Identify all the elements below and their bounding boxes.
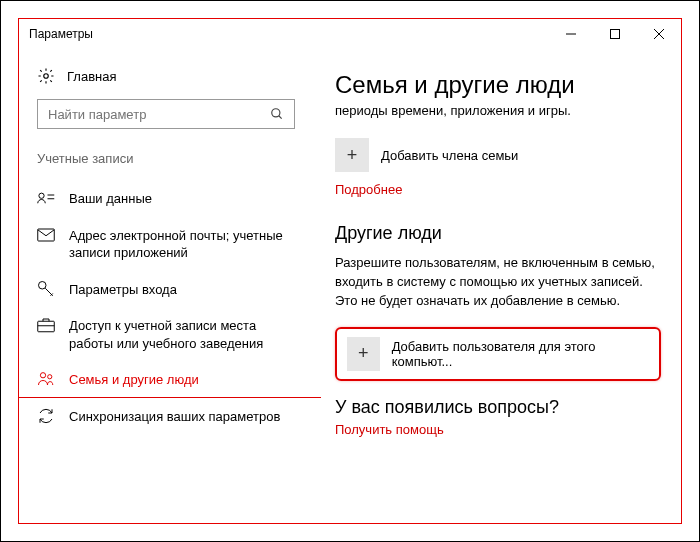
search-field[interactable] bbox=[48, 107, 270, 122]
svg-rect-1 bbox=[611, 30, 620, 39]
mail-icon bbox=[37, 226, 55, 244]
svg-point-14 bbox=[48, 375, 52, 379]
titlebar: Параметры bbox=[19, 19, 681, 49]
page-title: Семья и другие люди bbox=[335, 71, 661, 99]
window-body: Главная Учетные записи Ваши данные bbox=[19, 49, 681, 523]
add-user-label: Добавить пользователя для этого компьют.… bbox=[392, 339, 649, 369]
sidebar-item-label: Адрес электронной почты; учетные записи … bbox=[69, 226, 303, 262]
window-title: Параметры bbox=[29, 27, 93, 41]
others-description: Разрешите пользователям, не включенным в… bbox=[335, 254, 661, 311]
learn-more-link[interactable]: Подробнее bbox=[335, 182, 661, 197]
plus-icon: + bbox=[335, 138, 369, 172]
add-family-label: Добавить члена семьи bbox=[381, 148, 518, 163]
home-label: Главная bbox=[67, 69, 116, 84]
svg-rect-10 bbox=[38, 229, 55, 241]
sidebar-item-label: Синхронизация ваших параметров bbox=[69, 407, 280, 426]
questions-heading: У вас появились вопросы? bbox=[335, 397, 661, 418]
screenshot-frame: Параметры Главная bbox=[0, 0, 700, 542]
sidebar-item-label: Параметры входа bbox=[69, 280, 177, 299]
search-input[interactable] bbox=[37, 99, 295, 129]
sidebar-section-heading: Учетные записи bbox=[37, 151, 303, 166]
sync-icon bbox=[37, 407, 55, 425]
svg-rect-12 bbox=[38, 321, 55, 332]
plus-icon: + bbox=[347, 337, 380, 371]
search-icon bbox=[270, 107, 284, 121]
get-help-link[interactable]: Получить помощь bbox=[335, 422, 661, 437]
add-family-button[interactable]: + Добавить члена семьи bbox=[335, 138, 661, 172]
sidebar-item-label: Ваши данные bbox=[69, 189, 152, 208]
sidebar-item-sync[interactable]: Синхронизация ваших параметров bbox=[37, 398, 303, 435]
window-controls bbox=[549, 19, 681, 49]
main-content: Семья и другие люди периоды времени, при… bbox=[319, 49, 681, 523]
svg-point-7 bbox=[39, 193, 44, 198]
svg-point-11 bbox=[39, 281, 47, 289]
svg-point-4 bbox=[44, 74, 49, 79]
others-heading: Другие люди bbox=[335, 223, 661, 244]
maximize-button[interactable] bbox=[593, 19, 637, 49]
sidebar-item-work-access[interactable]: Доступ к учетной записи места работы или… bbox=[37, 307, 303, 361]
sidebar-item-label: Доступ к учетной записи места работы или… bbox=[69, 316, 303, 352]
sidebar-item-your-info[interactable]: Ваши данные bbox=[37, 180, 303, 217]
briefcase-icon bbox=[37, 316, 55, 334]
svg-point-5 bbox=[272, 109, 280, 117]
sidebar-item-family[interactable]: Семья и другие люди bbox=[37, 361, 303, 398]
add-user-button[interactable]: + Добавить пользователя для этого компью… bbox=[335, 327, 661, 381]
page-subtitle: периоды времени, приложения и игры. bbox=[335, 103, 661, 118]
minimize-button[interactable] bbox=[549, 19, 593, 49]
svg-line-6 bbox=[279, 116, 282, 119]
annotation-underline bbox=[19, 397, 321, 398]
key-icon bbox=[37, 280, 55, 298]
close-button[interactable] bbox=[637, 19, 681, 49]
sidebar-item-email[interactable]: Адрес электронной почты; учетные записи … bbox=[37, 217, 303, 271]
sidebar-item-signin[interactable]: Параметры входа bbox=[37, 271, 303, 308]
sidebar: Главная Учетные записи Ваши данные bbox=[19, 49, 319, 523]
people-icon bbox=[37, 370, 55, 388]
sidebar-item-label: Семья и другие люди bbox=[69, 370, 199, 389]
gear-icon bbox=[37, 67, 55, 85]
svg-point-13 bbox=[40, 373, 45, 378]
settings-window: Параметры Главная bbox=[18, 18, 682, 524]
home-button[interactable]: Главная bbox=[37, 67, 303, 85]
person-card-icon bbox=[37, 189, 55, 207]
